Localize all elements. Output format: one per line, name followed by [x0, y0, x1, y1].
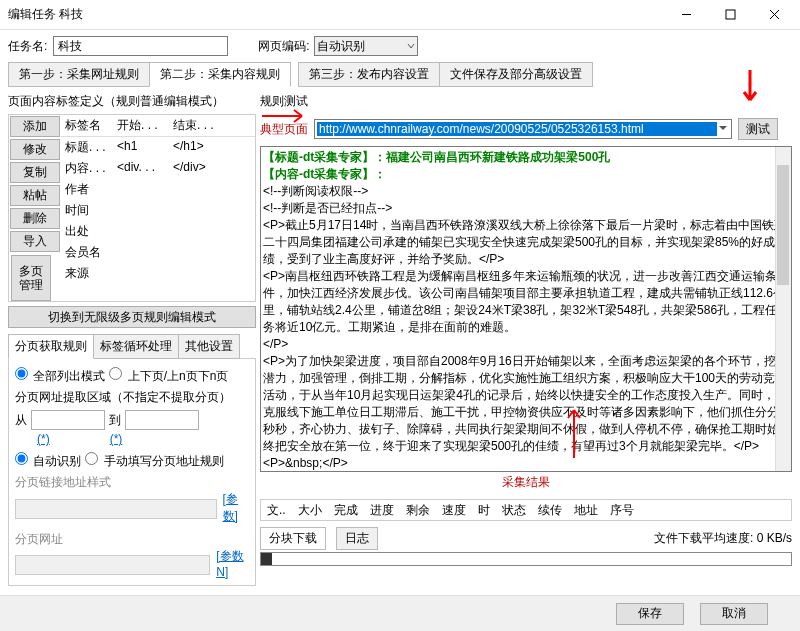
table-row[interactable]: 作者 — [61, 179, 255, 200]
type-label: 典型页面 — [260, 121, 308, 138]
test-button[interactable]: 测试 — [738, 118, 778, 140]
star-link-to[interactable]: (*) — [110, 432, 123, 446]
close-button[interactable] — [752, 0, 796, 30]
taskname-label: 任务名: — [8, 38, 47, 55]
radio-auto[interactable]: 自动识别 — [15, 452, 81, 470]
table-row[interactable]: 时间 — [61, 200, 255, 221]
radio-updown[interactable]: 上下页/上n页下n页 — [109, 367, 228, 385]
ruletest-title: 规则测试 — [260, 91, 792, 112]
tab-step2[interactable]: 第二步：采集内容规则 — [149, 62, 291, 87]
pageurl-label: 分页网址 — [15, 531, 249, 548]
table-row[interactable]: 会员名 — [61, 242, 255, 263]
subtab-pagerule[interactable]: 分页获取规则 — [8, 334, 94, 359]
multipage-button[interactable]: 多页 管理 — [11, 255, 51, 301]
table-row[interactable]: 出处 — [61, 221, 255, 242]
tab-step1[interactable]: 第一步：采集网址规则 — [8, 62, 150, 87]
copy-button[interactable]: 复制 — [10, 162, 60, 183]
svg-rect-0 — [726, 10, 735, 19]
param-link[interactable]: [参数] — [223, 491, 249, 525]
pageurl-input — [15, 555, 210, 575]
paste-button[interactable]: 粘帖 — [10, 185, 60, 206]
from-input[interactable] — [31, 410, 105, 430]
result-content[interactable]: 【标题-dt采集专家】：福建公司南昌西环新建铁路成功架梁500孔 【内容-dt采… — [260, 146, 792, 472]
webencode-label: 网页编码: — [258, 38, 309, 55]
linkstyle-label: 分页链接地址样式 — [15, 474, 249, 491]
linkstyle-input — [15, 499, 217, 519]
result-label: 采集结果 — [260, 474, 792, 491]
download-progress — [260, 552, 792, 566]
radio-all-list[interactable]: 全部列出模式 — [15, 367, 105, 385]
to-input[interactable] — [125, 410, 199, 430]
taskname-input[interactable] — [53, 36, 228, 56]
star-link-from[interactable]: (*) — [37, 432, 50, 446]
minimize-button[interactable] — [664, 0, 708, 30]
switch-mode-button[interactable]: 切换到无限级多页规则编辑模式 — [8, 306, 256, 328]
tab-step3[interactable]: 第三步：发布内容设置 — [298, 62, 440, 87]
chevron-down-icon — [407, 42, 415, 50]
subtab-other[interactable]: 其他设置 — [178, 334, 240, 359]
table-row[interactable]: 内容. . .<div. . .</div> — [61, 158, 255, 179]
tab-step4[interactable]: 文件保存及部分高级设置 — [439, 62, 593, 87]
table-row[interactable]: 来源 — [61, 263, 255, 284]
scrollbar[interactable] — [775, 147, 791, 471]
table-row[interactable]: 标题. . .<h1</h1> — [61, 137, 255, 158]
tagdef-title: 页面内容标签定义（规则普通编辑模式） — [8, 91, 256, 112]
result-columns: 文..大小完成 进度剩余速度 时状态续传 地址序号 — [260, 499, 792, 521]
url-combo[interactable]: http://www.chnrailway.com/news/20090525/… — [314, 119, 732, 139]
radio-manual[interactable]: 手动填写分页地址规则 — [85, 452, 223, 470]
maximize-button[interactable] — [708, 0, 752, 30]
delete-button[interactable]: 删除 — [10, 208, 60, 229]
subtab-tagloop[interactable]: 标签循环处理 — [93, 334, 179, 359]
tab-log[interactable]: 日志 — [336, 527, 378, 550]
edit-button[interactable]: 修改 — [10, 139, 60, 160]
save-button[interactable]: 保存 — [616, 603, 684, 625]
cancel-button[interactable]: 取消 — [700, 603, 768, 625]
extract-area-label: 分页网址提取区域（不指定不提取分页） — [15, 389, 249, 406]
import-button[interactable]: 导入 — [10, 231, 60, 252]
add-button[interactable]: 添加 — [10, 116, 60, 137]
tag-table-header: 标签名 开始. . . 结束. . . — [61, 115, 255, 137]
webencode-select[interactable]: 自动识别 — [314, 36, 418, 56]
paramN-link[interactable]: [参数N] — [216, 548, 249, 579]
tab-blockdownload[interactable]: 分块下载 — [260, 527, 326, 550]
window-title: 编辑任务 科技 — [8, 6, 664, 23]
